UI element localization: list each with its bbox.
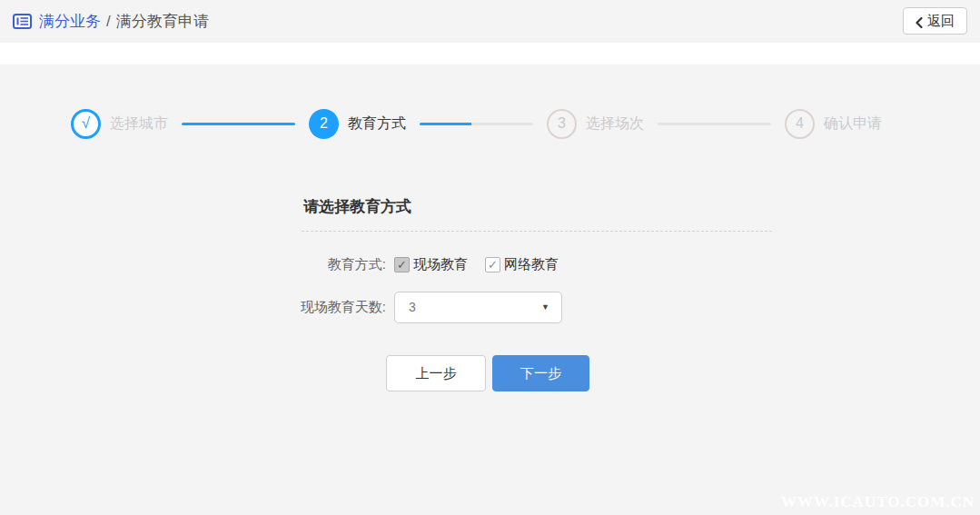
step-4-confirm: 4 确认申请	[785, 109, 882, 139]
breadcrumb-page-title: 满分教育申请	[116, 11, 209, 32]
step-4-label: 确认申请	[824, 114, 882, 134]
dotted-divider	[302, 231, 772, 232]
education-days-label: 现场教育天数:	[277, 299, 386, 316]
education-days-value: 3	[395, 300, 416, 314]
checkbox-onsite-label: 现场教育	[413, 256, 468, 273]
step-connector-2	[420, 123, 533, 125]
step-indicator: √ 选择城市 2 教育方式 3 选择场次 4 确认申请	[71, 108, 882, 139]
education-days-select[interactable]: 3 ▼	[394, 292, 562, 323]
checkbox-onsite-education[interactable]: ✓ 现场教育	[394, 256, 468, 273]
checkbox-checked-icon[interactable]: ✓	[485, 257, 500, 272]
back-button[interactable]: 返回	[903, 7, 967, 35]
breadcrumb-separator: /	[106, 13, 111, 31]
step-connector-1	[182, 123, 295, 125]
checkbox-online-label: 网络教育	[504, 256, 559, 273]
step-3-number: 3	[547, 109, 577, 139]
checkbox-checked-disabled-icon[interactable]: ✓	[394, 257, 410, 272]
back-button-label: 返回	[927, 13, 955, 30]
step-connector-3	[658, 123, 771, 125]
step-2-education-mode: 2 教育方式	[309, 109, 406, 139]
breadcrumb: 满分业务 / 满分教育申请	[13, 11, 209, 32]
step-2-label: 教育方式	[348, 114, 406, 134]
header-bar: 满分业务 / 满分教育申请 返回	[0, 0, 980, 43]
step-1-check-icon: √	[71, 109, 101, 139]
dropdown-arrow-icon: ▼	[541, 302, 549, 312]
checkbox-online-education[interactable]: ✓ 网络教育	[485, 256, 559, 273]
step-1-select-city: √ 选择城市	[71, 109, 168, 139]
step-3-label: 选择场次	[586, 114, 644, 134]
main-content: √ 选择城市 2 教育方式 3 选择场次 4 确认申请 请选择教育方式 教育方式…	[0, 64, 980, 515]
step-2-number: 2	[309, 109, 339, 139]
chevron-left-icon	[916, 15, 923, 26]
education-mode-row: 教育方式: ✓ 现场教育 ✓ 网络教育	[277, 253, 559, 275]
breadcrumb-section[interactable]: 满分业务	[39, 11, 101, 32]
previous-step-button[interactable]: 上一步	[386, 355, 486, 391]
step-1-label: 选择城市	[110, 114, 168, 134]
step-4-number: 4	[785, 109, 815, 139]
list-icon	[13, 14, 32, 29]
step-3-select-session: 3 选择场次	[547, 109, 644, 139]
watermark-text: WWW.ICAUTO.COM.CN	[781, 493, 975, 511]
form-buttons: 上一步 下一步	[386, 355, 589, 391]
form-title: 请选择教育方式	[303, 196, 411, 217]
next-step-button[interactable]: 下一步	[492, 355, 589, 391]
education-mode-label: 教育方式:	[277, 256, 386, 273]
education-days-row: 现场教育天数: 3 ▼	[277, 291, 562, 323]
